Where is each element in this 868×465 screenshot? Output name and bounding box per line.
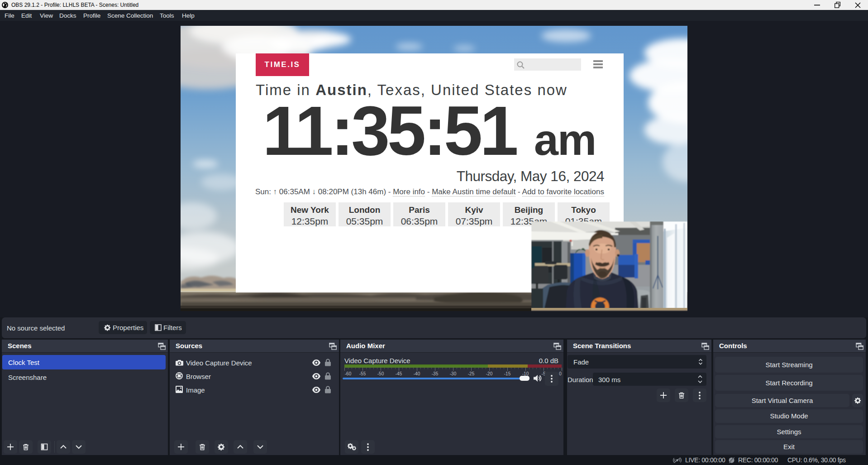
svg-text:-15: -15 — [504, 371, 511, 376]
svg-text:-55: -55 — [359, 371, 366, 376]
svg-text:-50: -50 — [377, 371, 384, 376]
svg-text:-60: -60 — [345, 371, 352, 376]
svg-text:-25: -25 — [468, 371, 475, 376]
svg-text:-20: -20 — [486, 371, 493, 376]
svg-text:-45: -45 — [396, 371, 402, 376]
svg-text:0: 0 — [559, 371, 562, 376]
svg-text:-40: -40 — [414, 371, 420, 376]
svg-text:am: am — [534, 115, 596, 161]
svg-text:-30: -30 — [450, 371, 457, 376]
svg-text:-35: -35 — [432, 371, 439, 376]
svg-text:11:35:51: 11:35:51 — [262, 98, 517, 161]
